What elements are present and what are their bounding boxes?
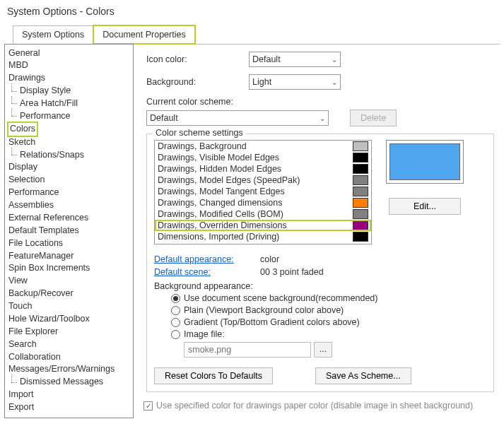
list-item[interactable]: Drawings, Background bbox=[155, 141, 371, 152]
list-item[interactable]: Drawings, Modified Cells (BOM) bbox=[155, 208, 371, 220]
delete-button: Delete bbox=[350, 110, 397, 126]
list-item[interactable]: Dimensions, Imported (Driving) bbox=[155, 231, 371, 242]
fieldset-title: Color scheme settings bbox=[153, 128, 246, 138]
tab-document-properties[interactable]: Document Properties bbox=[93, 25, 194, 44]
color-swatch bbox=[353, 141, 368, 151]
tree-item[interactable]: File Explorer bbox=[7, 325, 133, 338]
list-item[interactable]: Drawings, Visible Model Edges bbox=[155, 152, 371, 163]
tree-item[interactable]: Export bbox=[7, 401, 133, 414]
edit-button[interactable]: Edit... bbox=[389, 198, 461, 215]
tree-item[interactable]: Relations/Snaps bbox=[7, 148, 133, 161]
color-preview bbox=[386, 140, 464, 184]
tree-item[interactable]: Messages/Errors/Warnings bbox=[7, 363, 133, 376]
list-item[interactable]: Drawings, Overriden Dimensions bbox=[155, 220, 371, 231]
chevron-down-icon: ⌄ bbox=[320, 114, 325, 122]
radio-image-file[interactable]: Image file: bbox=[171, 329, 486, 339]
tree-item[interactable]: Hole Wizard/Toolbox bbox=[7, 312, 133, 325]
image-file-input[interactable] bbox=[184, 342, 311, 358]
default-scene-value: 00 3 point faded bbox=[260, 267, 324, 277]
tree-item[interactable]: External References bbox=[7, 211, 133, 224]
color-swatch bbox=[353, 153, 368, 163]
tree-item[interactable]: Area Hatch/Fill bbox=[7, 98, 133, 110]
window-title: System Options - Colors bbox=[0, 0, 504, 25]
tree-item[interactable]: Search bbox=[7, 338, 133, 350]
tree-item[interactable]: FeatureManager bbox=[7, 249, 133, 262]
color-swatch bbox=[353, 220, 368, 230]
tree-item[interactable]: Performance bbox=[7, 187, 133, 199]
color-swatch bbox=[353, 232, 368, 242]
tree-item[interactable]: Dismissed Messages bbox=[7, 376, 133, 389]
tree-item[interactable]: Selection bbox=[7, 174, 133, 187]
default-scene-link[interactable]: Default scene: bbox=[154, 267, 260, 277]
radio-plain[interactable]: Plain (Viewport Background color above) bbox=[171, 305, 486, 315]
tree-item[interactable]: Display bbox=[7, 161, 133, 174]
tree-item[interactable]: Touch bbox=[7, 300, 133, 313]
color-swatch bbox=[353, 198, 368, 208]
tree-item[interactable]: Default Templates bbox=[7, 224, 133, 237]
background-label: Background: bbox=[146, 77, 249, 87]
use-specified-color-checkbox[interactable]: ✓ bbox=[143, 401, 153, 411]
tab-bar: System Options Document Properties bbox=[13, 25, 504, 44]
tree-item[interactable]: Colors bbox=[7, 122, 133, 136]
use-specified-color-label: Use specified color for drawings paper c… bbox=[156, 401, 473, 411]
tree-item[interactable]: View bbox=[7, 275, 133, 288]
icon-color-combo[interactable]: Default⌄ bbox=[249, 52, 341, 67]
save-as-scheme-button[interactable]: Save As Scheme... bbox=[315, 367, 411, 384]
tree-item[interactable]: Collaboration bbox=[7, 350, 133, 363]
tree-item[interactable]: Backup/Recover bbox=[7, 288, 133, 300]
list-item[interactable]: Drawings, Model Edges (SpeedPak) bbox=[155, 175, 371, 186]
tree-item[interactable]: Sketch bbox=[7, 136, 133, 148]
chevron-down-icon: ⌄ bbox=[332, 56, 337, 64]
background-combo[interactable]: Light⌄ bbox=[249, 74, 341, 90]
tree-item[interactable]: MBD bbox=[7, 59, 133, 72]
tree-item[interactable]: Assemblies bbox=[7, 199, 133, 212]
color-scheme-fieldset: Color scheme settings Drawings, Backgrou… bbox=[146, 134, 494, 392]
color-swatch bbox=[353, 175, 368, 185]
color-swatch bbox=[353, 164, 368, 174]
scheme-listbox[interactable]: Drawings, BackgroundDrawings, Visible Mo… bbox=[154, 140, 372, 244]
icon-color-label: Icon color: bbox=[146, 54, 249, 64]
tree-item[interactable]: Display Style bbox=[7, 85, 133, 98]
default-appearance-value: color bbox=[260, 254, 279, 264]
tree-item[interactable]: Spin Box Increments bbox=[7, 262, 133, 275]
radio-scene-bg[interactable]: Use document scene background(recommende… bbox=[171, 293, 486, 303]
tree-item[interactable]: General bbox=[7, 47, 133, 59]
default-appearance-link[interactable]: Default appearance: bbox=[154, 254, 260, 264]
list-item[interactable]: Drawings, Hidden Model Edges bbox=[155, 163, 371, 175]
tree-item[interactable]: Import bbox=[7, 389, 133, 401]
current-scheme-label: Current color scheme: bbox=[146, 97, 494, 107]
radio-gradient[interactable]: Gradient (Top/Bottom Gradient colors abo… bbox=[171, 317, 486, 327]
color-swatch bbox=[353, 187, 368, 196]
tab-system-options[interactable]: System Options bbox=[13, 25, 93, 44]
list-item[interactable]: Drawings, Changed dimensions bbox=[155, 197, 371, 208]
tree-item[interactable]: Performance bbox=[7, 110, 133, 122]
tree-item[interactable]: File Locations bbox=[7, 237, 133, 249]
bg-appearance-label: Background appearance: bbox=[154, 281, 486, 291]
list-item[interactable]: Drawings, Model Tangent Edges bbox=[155, 186, 371, 197]
reset-colors-button[interactable]: Reset Colors To Defaults bbox=[154, 367, 273, 384]
browse-button[interactable]: ... bbox=[314, 342, 332, 358]
chevron-down-icon: ⌄ bbox=[332, 78, 337, 86]
tree-item[interactable]: Drawings bbox=[7, 72, 133, 85]
color-swatch bbox=[353, 209, 368, 219]
main-panel: Icon color: Default⌄ Background: Light⌄ … bbox=[134, 45, 500, 418]
nav-tree[interactable]: GeneralMBDDrawingsDisplay StyleArea Hatc… bbox=[4, 44, 134, 418]
current-scheme-combo[interactable]: Default⌄ bbox=[146, 110, 329, 126]
